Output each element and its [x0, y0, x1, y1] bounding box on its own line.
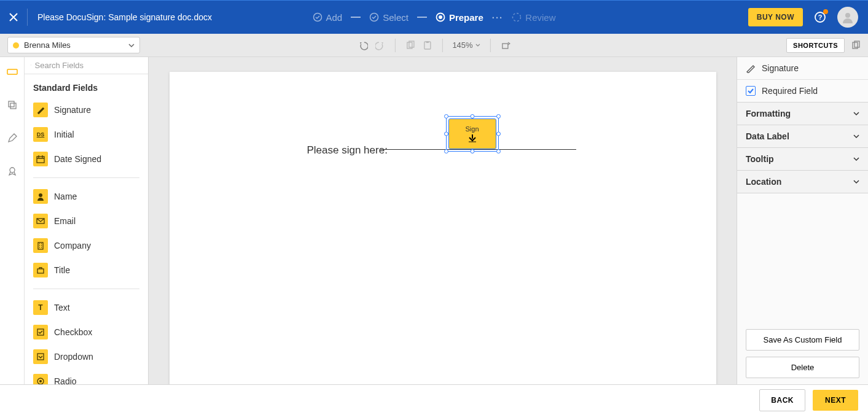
svg-point-28 [39, 380, 42, 382]
resize-handle-bc[interactable] [470, 149, 474, 153]
calendar-icon [36, 155, 45, 163]
rail-stamps[interactable] [0, 159, 25, 184]
ribbon-icon [7, 166, 17, 176]
check-circle-icon [369, 12, 379, 22]
placed-signature-field[interactable]: Sign [448, 118, 496, 149]
field-email[interactable]: Email [33, 209, 139, 233]
svg-point-3 [439, 15, 442, 19]
person-icon [36, 192, 45, 201]
resize-handle-mr[interactable] [496, 132, 501, 136]
rotate-icon [501, 41, 510, 50]
chevron-down-icon [853, 111, 859, 117]
save-as-custom-field-button[interactable]: Save As Custom Field [746, 329, 859, 351]
rail-standard-fields[interactable] [0, 60, 25, 84]
fields-section-title: Standard Fields [25, 74, 148, 98]
building-icon [36, 241, 45, 250]
field-company[interactable]: Company [33, 233, 139, 258]
document-canvas[interactable]: Please sign here: Sign [149, 57, 737, 384]
radio-icon [36, 377, 45, 384]
resize-handle-tl[interactable] [444, 114, 448, 118]
checkbox-icon [36, 328, 45, 336]
rail-edit[interactable] [0, 126, 25, 150]
selected-field-header: Signature [737, 57, 868, 80]
delete-field-button[interactable]: Delete [746, 357, 859, 378]
field-title[interactable]: Title [33, 258, 139, 282]
undo-button[interactable] [358, 41, 367, 50]
field-icon [7, 68, 18, 76]
chevron-down-icon [853, 179, 859, 185]
svg-point-4 [513, 14, 521, 21]
search-input[interactable] [35, 61, 138, 70]
svg-rect-26 [37, 354, 44, 360]
step-separator [417, 17, 427, 18]
document-page[interactable]: Please sign here: Sign [170, 72, 716, 384]
signature-icon [36, 106, 45, 114]
field-initial[interactable]: DS Initial [33, 122, 139, 147]
chevron-down-icon [128, 42, 135, 48]
field-dropdown[interactable]: Dropdown [33, 344, 139, 369]
chevron-down-icon [853, 156, 859, 162]
svg-rect-17 [10, 103, 16, 109]
back-button[interactable]: BACK [759, 389, 805, 411]
signature-icon [746, 63, 756, 73]
search-icon [31, 61, 31, 70]
resize-handle-ml[interactable] [444, 132, 448, 136]
accordion-data-label[interactable]: Data Label [737, 125, 868, 148]
step-prepare[interactable]: Prepare [436, 12, 483, 23]
close-button[interactable] [0, 1, 27, 34]
resize-handle-tr[interactable] [496, 114, 501, 118]
initial-icon: DS [37, 131, 45, 138]
svg-point-21 [39, 193, 42, 197]
briefcase-icon [36, 266, 45, 274]
field-signature[interactable]: Signature [33, 98, 139, 122]
resize-handle-bl[interactable] [444, 149, 448, 153]
user-icon [842, 11, 854, 23]
field-radio[interactable]: Radio [33, 369, 139, 384]
pages-icon [851, 41, 861, 50]
svg-text:?: ? [818, 14, 823, 21]
paste-icon [422, 41, 432, 50]
step-add[interactable]: Add [313, 12, 343, 23]
accordion-formatting[interactable]: Formatting [737, 102, 868, 125]
paste-button[interactable] [422, 41, 432, 50]
dropdown-icon [36, 352, 45, 361]
resize-handle-br[interactable] [496, 149, 501, 153]
accordion-tooltip[interactable]: Tooltip [737, 147, 868, 171]
undo-icon [358, 41, 367, 50]
zoom-dropdown[interactable]: 145% [452, 41, 480, 50]
rail-custom-fields[interactable] [0, 93, 25, 117]
chevron-down-icon [853, 133, 859, 139]
check-circle-icon [313, 12, 323, 22]
field-name[interactable]: Name [33, 184, 139, 209]
accordion-location[interactable]: Location [737, 170, 868, 193]
text-icon: T [38, 303, 42, 312]
check-icon [747, 87, 754, 95]
field-date-signed[interactable]: Date Signed [33, 147, 139, 171]
document-text: Please sign here: [307, 144, 388, 157]
step-select[interactable]: Select [369, 12, 409, 23]
rotate-button[interactable] [501, 41, 510, 50]
step-separator [351, 17, 361, 18]
buy-now-button[interactable]: BUY NOW [748, 8, 803, 26]
recipient-color-dot [13, 42, 19, 48]
step-review: Review [512, 12, 555, 23]
chevron-down-icon [475, 43, 480, 48]
pages-panel-button[interactable] [851, 41, 861, 50]
radio-active-icon [436, 12, 445, 22]
arrow-down-icon [467, 134, 478, 142]
field-checkbox[interactable]: Checkbox [33, 320, 139, 344]
svg-rect-16 [9, 101, 14, 107]
redo-icon [375, 41, 385, 50]
required-field-checkbox[interactable] [746, 86, 756, 96]
copy-button[interactable] [405, 41, 415, 50]
field-text[interactable]: T Text [33, 295, 139, 320]
resize-handle-tc[interactable] [470, 114, 474, 118]
recipient-dropdown[interactable]: Brenna Miles [7, 37, 140, 53]
shortcuts-button[interactable]: SHORTCUTS [786, 38, 845, 53]
user-avatar[interactable] [837, 7, 858, 28]
next-button[interactable]: NEXT [813, 390, 858, 411]
svg-rect-20 [37, 157, 44, 163]
redo-button[interactable] [375, 41, 385, 50]
svg-rect-11 [426, 41, 428, 43]
help-button[interactable]: ? [814, 11, 826, 23]
